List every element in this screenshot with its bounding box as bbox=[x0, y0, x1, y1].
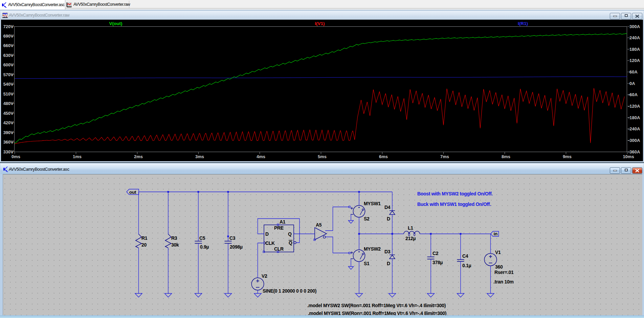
svg-text:V(out): V(out) bbox=[109, 21, 123, 26]
svg-text:0ms: 0ms bbox=[12, 154, 20, 159]
svg-text:540V: 540V bbox=[3, 82, 14, 87]
svg-text:4ms: 4ms bbox=[257, 154, 265, 159]
svg-text:L1: L1 bbox=[408, 225, 413, 231]
svg-text:Q: Q bbox=[289, 240, 292, 246]
svg-text:CLR: CLR bbox=[274, 246, 284, 252]
svg-text:390V: 390V bbox=[3, 130, 14, 135]
svg-text:10ms: 10ms bbox=[623, 154, 634, 159]
svg-text:I(V1): I(V1) bbox=[315, 21, 325, 26]
svg-text:-120A: -120A bbox=[628, 104, 640, 109]
svg-text:330V: 330V bbox=[3, 149, 14, 154]
svg-text:212µ: 212µ bbox=[405, 236, 416, 241]
svg-text:0.1µ: 0.1µ bbox=[462, 263, 471, 268]
svg-text:-240A: -240A bbox=[628, 126, 640, 131]
svg-text:PRE: PRE bbox=[274, 225, 284, 231]
svg-text:180A: 180A bbox=[629, 47, 640, 52]
svg-text:Boost with MYSW2 toggled On/Of: Boost with MYSW2 toggled On/Off. bbox=[417, 191, 493, 196]
svg-text:360V: 360V bbox=[3, 140, 14, 145]
svg-text:360: 360 bbox=[495, 264, 503, 270]
svg-text:D4: D4 bbox=[384, 205, 391, 210]
svg-text:20: 20 bbox=[141, 242, 147, 248]
svg-text:C3: C3 bbox=[229, 235, 236, 241]
svg-text:S1: S1 bbox=[364, 261, 370, 266]
svg-text:240A: 240A bbox=[629, 35, 640, 40]
svg-text:S2: S2 bbox=[364, 216, 370, 221]
svg-text:450V: 450V bbox=[3, 111, 14, 116]
svg-text:690V: 690V bbox=[3, 34, 14, 39]
svg-text:-180A: -180A bbox=[628, 115, 640, 120]
svg-text:R1: R1 bbox=[141, 235, 148, 241]
svg-text:120A: 120A bbox=[629, 58, 640, 63]
svg-text:7ms: 7ms bbox=[440, 154, 449, 159]
svg-text:D: D bbox=[387, 261, 390, 266]
svg-text:600V: 600V bbox=[3, 62, 14, 67]
svg-text:60A: 60A bbox=[629, 69, 638, 75]
svg-text:D: D bbox=[387, 216, 390, 221]
svg-text:Buck with MYSW1 toggled On/Of: Buck with MYSW1 toggled On/Off. bbox=[417, 202, 491, 207]
svg-text:C5: C5 bbox=[199, 235, 205, 241]
svg-text:C2: C2 bbox=[432, 251, 439, 256]
svg-text:D3: D3 bbox=[384, 249, 391, 254]
svg-text:8ms: 8ms bbox=[502, 154, 510, 159]
svg-text:630V: 630V bbox=[3, 53, 14, 58]
svg-text:I(R1): I(R1) bbox=[518, 21, 528, 26]
svg-text:5ms: 5ms bbox=[318, 154, 327, 159]
svg-text:in: in bbox=[494, 231, 497, 236]
svg-text:D: D bbox=[265, 231, 269, 237]
svg-text:570V: 570V bbox=[3, 72, 14, 77]
svg-text:480V: 480V bbox=[3, 101, 14, 106]
svg-text:.model MYSW2 SW(Ron=.001 Roff=: .model MYSW2 SW(Ron=.001 Roff=1Meg Vt=.6… bbox=[307, 303, 446, 308]
svg-text:2098µ: 2098µ bbox=[230, 244, 243, 250]
svg-text:Q: Q bbox=[288, 231, 292, 237]
svg-text:V2: V2 bbox=[262, 273, 267, 279]
svg-text:510V: 510V bbox=[3, 91, 14, 97]
svg-text:SINE(0 1 20000 0 0 0 200): SINE(0 1 20000 0 0 0 200) bbox=[263, 288, 316, 294]
svg-text:MYSW1: MYSW1 bbox=[364, 201, 381, 206]
svg-text:420V: 420V bbox=[3, 120, 14, 125]
svg-text:A5: A5 bbox=[316, 222, 322, 228]
svg-text:0A: 0A bbox=[629, 81, 635, 86]
svg-text:V1: V1 bbox=[495, 250, 501, 255]
svg-text:300A: 300A bbox=[629, 24, 640, 29]
svg-text:720V: 720V bbox=[3, 24, 14, 29]
svg-text:9ms: 9ms bbox=[563, 154, 572, 159]
svg-text:-360A: -360A bbox=[628, 149, 640, 154]
svg-text:out: out bbox=[129, 190, 136, 195]
svg-text:30k: 30k bbox=[171, 242, 179, 248]
svg-text:0.9µ: 0.9µ bbox=[200, 244, 209, 250]
svg-text:A1: A1 bbox=[280, 219, 286, 225]
svg-text:-300A: -300A bbox=[628, 138, 640, 143]
svg-text:CLK: CLK bbox=[265, 240, 275, 246]
svg-text:C4: C4 bbox=[462, 253, 468, 259]
svg-text:1ms: 1ms bbox=[73, 154, 82, 159]
svg-text:MYSW2: MYSW2 bbox=[364, 246, 381, 252]
svg-text:378µ: 378µ bbox=[432, 260, 443, 265]
svg-text:R3: R3 bbox=[171, 235, 177, 241]
svg-text:6ms: 6ms bbox=[379, 154, 388, 159]
svg-text:3ms: 3ms bbox=[195, 154, 204, 159]
svg-text:660V: 660V bbox=[3, 43, 14, 48]
svg-text:2ms: 2ms bbox=[134, 154, 143, 159]
svg-text:-60A: -60A bbox=[628, 92, 638, 97]
svg-text:Rser=.01: Rser=.01 bbox=[494, 270, 514, 275]
svg-text:.tran 10m: .tran 10m bbox=[493, 279, 514, 284]
